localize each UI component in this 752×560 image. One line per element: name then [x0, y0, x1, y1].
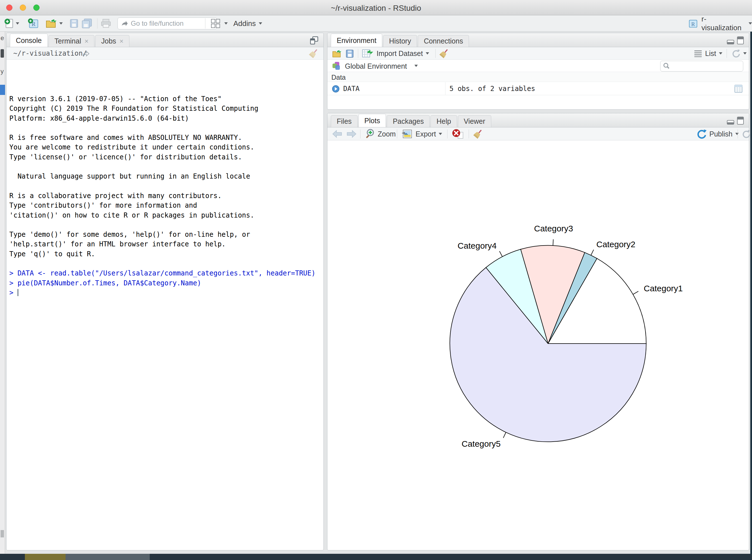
environment-view-mode-button[interactable]: List — [694, 48, 722, 59]
console-line — [9, 181, 320, 191]
plots-tabbar: Files Plots Packages Help Viewer — [327, 113, 749, 127]
console-line: 'citation()' on how to cite R or R packa… — [9, 211, 320, 220]
export-plot-button[interactable]: Export — [402, 128, 442, 140]
pane-layout-button[interactable] — [210, 18, 228, 29]
project-menu-button[interactable]: R r-visualization — [688, 18, 752, 29]
maximize-pane-icon[interactable] — [737, 37, 744, 44]
tab-jobs-label: Jobs — [101, 37, 116, 45]
tab-plots-label: Plots — [364, 117, 380, 125]
open-folder-icon — [45, 18, 58, 29]
maximize-pane-icon[interactable] — [737, 117, 744, 125]
background-window-fragment: y — [1, 68, 4, 75]
console-cursor — [18, 289, 18, 296]
tab-jobs[interactable]: Jobs× — [95, 35, 129, 47]
console-line — [9, 123, 320, 133]
environment-pane: Environment History Connections Import D… — [327, 33, 749, 109]
remove-plot-button[interactable] — [452, 129, 464, 140]
environment-tabbar: Environment History Connections — [327, 33, 749, 47]
open-file-button[interactable] — [45, 18, 63, 29]
export-image-icon — [402, 129, 413, 139]
next-plot-icon[interactable] — [346, 130, 357, 138]
pie-label-tick — [591, 250, 594, 255]
console-line: Natural language support but running in … — [9, 172, 320, 181]
publish-label: Publish — [709, 130, 732, 138]
clear-console-broom-icon[interactable] — [309, 49, 318, 58]
save-all-button[interactable] — [81, 18, 93, 29]
tab-plots[interactable]: Plots — [359, 114, 386, 127]
pie-label-tick — [553, 239, 553, 245]
save-button[interactable] — [69, 18, 79, 29]
save-workspace-icon[interactable] — [345, 49, 354, 58]
tab-help[interactable]: Help — [430, 115, 457, 127]
list-view-icon — [694, 50, 702, 57]
tab-files[interactable]: Files — [331, 115, 358, 127]
console-line: R is free software and comes with ABSOLU… — [9, 133, 320, 142]
tab-connections[interactable]: Connections — [418, 35, 469, 47]
environment-search-container — [660, 61, 743, 72]
import-dataset-caret-icon — [426, 52, 429, 55]
tab-environment-label: Environment — [337, 37, 376, 45]
addins-button[interactable]: Addins — [233, 18, 262, 29]
close-tab-icon[interactable]: × — [84, 37, 88, 45]
environment-search-input[interactable] — [660, 61, 743, 72]
tab-viewer[interactable]: Viewer — [458, 115, 491, 127]
load-workspace-icon[interactable] — [331, 49, 343, 58]
publish-plot-button[interactable]: Publish — [696, 128, 739, 140]
pie-label-category3: Category3 — [534, 224, 573, 233]
new-project-button[interactable]: R — [27, 18, 40, 29]
minimize-pane-icon[interactable] — [727, 40, 734, 44]
minimize-pane-icon[interactable] — [727, 120, 734, 125]
addins-label: Addins — [233, 19, 256, 28]
import-dataset-label: Import Dataset — [377, 49, 423, 58]
goto-directory-icon[interactable] — [82, 50, 90, 57]
new-file-caret-icon — [16, 22, 19, 25]
refresh-plot-icon[interactable] — [741, 129, 751, 139]
tab-terminal[interactable]: Terminal× — [48, 35, 95, 47]
previous-plot-icon[interactable] — [332, 130, 343, 138]
clear-all-plots-broom-icon[interactable] — [473, 129, 483, 139]
tab-history[interactable]: History — [383, 35, 417, 47]
console-line: Platform: x86_64-apple-darwin15.6.0 (64-… — [9, 114, 320, 123]
console-line: Type 'q()' to quit R. — [9, 249, 320, 259]
tab-history-label: History — [389, 37, 411, 45]
console-line: > DATA <- read.table("/Users/lsalazar/co… — [9, 268, 320, 278]
pane-window-controls — [727, 117, 744, 125]
toolbar-separator — [397, 129, 397, 138]
console-output-area[interactable]: R version 3.6.1 (2019-07-05) -- "Action … — [6, 60, 323, 550]
tab-packages[interactable]: Packages — [387, 115, 430, 127]
expand-object-icon[interactable] — [332, 85, 340, 93]
popout-pane-button[interactable] — [309, 36, 319, 46]
console-subbar: ~/r-visualization/ — [6, 47, 323, 60]
pie-label-tick — [500, 251, 502, 257]
environment-scope-label[interactable]: Global Environment — [345, 62, 407, 71]
console-line: R version 3.6.1 (2019-07-05) -- "Action … — [9, 94, 320, 104]
project-cube-icon: R — [688, 18, 698, 28]
toolbar-separator — [737, 129, 738, 138]
pie-label-tick — [633, 291, 638, 295]
tab-environment[interactable]: Environment — [331, 34, 382, 47]
environment-object-row[interactable]: DATA 5 obs. of 2 variables — [327, 82, 749, 95]
refresh-environment-button[interactable] — [731, 48, 747, 59]
save-all-icon — [81, 18, 93, 28]
pane-window-controls — [727, 37, 744, 44]
tab-help-label: Help — [436, 117, 451, 125]
clear-environment-broom-icon[interactable] — [439, 48, 449, 58]
plots-pane: Files Plots Packages Help Viewer Zoom Ex… — [327, 113, 749, 551]
import-dataset-button[interactable]: Import Dataset — [362, 48, 429, 59]
tab-console[interactable]: Console — [10, 34, 48, 47]
desktop-strip-fragment — [25, 554, 65, 560]
refresh-icon — [731, 48, 741, 59]
desktop-strip-fragment — [65, 554, 150, 560]
console-line: R is a collaborative project with many c… — [9, 191, 320, 201]
new-file-button[interactable] — [4, 18, 19, 29]
window-title: ~/r-visualization - RStudio — [0, 4, 752, 13]
close-tab-icon[interactable]: × — [120, 37, 123, 45]
desktop-edge-strip — [750, 32, 752, 560]
save-icon — [69, 19, 79, 28]
print-button[interactable] — [101, 18, 111, 29]
zoom-plot-button[interactable]: Zoom — [365, 128, 396, 140]
view-table-icon[interactable] — [734, 84, 743, 93]
goto-file-input[interactable] — [118, 18, 217, 29]
global-environment-icon — [332, 61, 341, 71]
console-pane: Console Terminal× Jobs× ~/r-visualizatio… — [6, 33, 324, 551]
